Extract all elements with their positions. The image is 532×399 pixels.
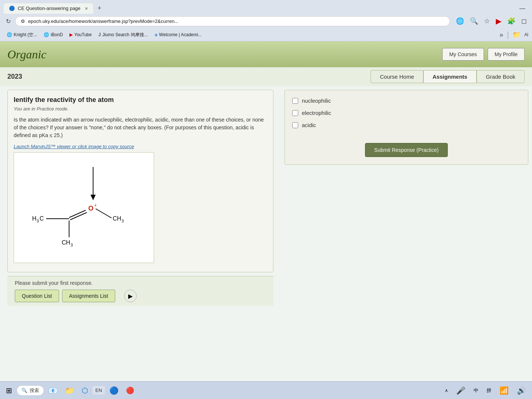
tray-zh-chars[interactable]: 中	[471, 386, 481, 395]
search-icon: 🔍	[21, 388, 27, 393]
more-bookmarks-btn[interactable]: »	[498, 30, 505, 40]
svg-text:O: O	[88, 205, 93, 212]
tray-pin[interactable]: 拼	[484, 386, 494, 395]
taskbar-chrome[interactable]: 🔴	[123, 385, 137, 396]
folder-icon[interactable]: 📁	[511, 30, 522, 40]
option-acidic: acidic	[292, 122, 521, 128]
taskbar-files[interactable]: 📁	[62, 385, 77, 396]
nav-tabs: Course Home Assignments Grade Book	[371, 70, 525, 83]
browser-chrome: 🔵 CE Question-answering page × + — ↻ ⚙ e…	[0, 0, 532, 41]
molecule-diagram[interactable]: H 3 C O + CH	[14, 152, 154, 263]
browser-toolbar: ↻ ⚙ epoch.uky.edu/ace/homework/answerfra…	[0, 14, 532, 28]
profile-icon[interactable]: ◻	[520, 16, 528, 26]
tray-chevron[interactable]: ∧	[442, 386, 451, 395]
marvinjs-link[interactable]: Launch MarvinJS™ viewer or click image t…	[14, 144, 267, 149]
bookmark-jiumo-label: Jiumo Search 鸠摩搜...	[102, 32, 148, 38]
practice-mode: You are in Practice mode.	[14, 106, 267, 112]
address-bar[interactable]: ⚙ epoch.uky.edu/ace/homework/answerframe…	[15, 16, 450, 26]
play-icon: ▶	[128, 293, 133, 300]
tray-speaker[interactable]: 🔊	[514, 385, 529, 396]
bookmark-knight[interactable]: 🌐 Knight (空...	[4, 31, 40, 39]
bookmark-youtube-icon: ▶	[69, 32, 73, 37]
folder-label: Al	[524, 32, 528, 37]
checkbox-nucleophilic[interactable]	[292, 98, 298, 104]
bookmark-ibond[interactable]: 🌐 iBonD	[41, 31, 66, 38]
taskbar-uk-icon[interactable]: 🔵	[106, 385, 122, 396]
bookmark-jiumo-icon: J	[98, 32, 101, 37]
tab-course-home[interactable]: Course Home	[371, 70, 423, 83]
taskbar-lang[interactable]: EN	[92, 386, 105, 395]
label-nucleophilic: nucleophilic	[302, 98, 331, 104]
new-tab-btn[interactable]: +	[95, 3, 105, 14]
bottom-message: Please submit your first response.	[15, 280, 266, 286]
taskbar-mail[interactable]: 📧	[45, 385, 61, 396]
bookmark-youtube[interactable]: ▶ YouTube	[66, 31, 95, 38]
bookmark-knight-label: Knight (空...	[14, 32, 37, 38]
practice-text: are in Practice mode.	[23, 106, 69, 112]
svg-text:3: 3	[37, 219, 39, 223]
bottom-bar: Please submit your first response. Quest…	[7, 276, 273, 306]
tab-close-btn[interactable]: ×	[85, 6, 88, 11]
system-tray: ∧ 🎤 中 拼 📶 🔊	[442, 385, 529, 396]
bookmark-ibond-icon: 🌐	[44, 32, 49, 37]
checkbox-electrophilic[interactable]	[292, 110, 298, 116]
bookmark-welcome[interactable]: ◈ Welcome | Academi...	[151, 31, 205, 38]
question-list-btn[interactable]: Question List	[15, 290, 59, 302]
start-btn[interactable]: ⊞	[3, 385, 15, 396]
taskbar-search[interactable]: 🔍 搜索	[17, 385, 44, 396]
url-text: epoch.uky.edu/ace/homework/answerframe.j…	[28, 18, 444, 24]
question-card: Ientify the reactivity of the atom You a…	[7, 90, 273, 272]
launch-text: aunch MarvinJS™ viewer or click image to…	[16, 144, 134, 149]
bottom-buttons: Question List Assignments List ▶	[15, 290, 266, 302]
tab-assignments[interactable]: Assignments	[423, 70, 477, 83]
translate-icon[interactable]: 🌐	[454, 16, 466, 26]
assignments-list-btn[interactable]: Assignments List	[62, 290, 115, 302]
svg-text:CH: CH	[62, 239, 70, 246]
taskbar-vscode[interactable]: ⬡	[79, 385, 91, 396]
label-electrophilic: electrophilic	[302, 110, 331, 116]
svg-marker-1	[91, 195, 96, 200]
play-btn[interactable]: ▶	[124, 290, 137, 302]
header-buttons: My Courses My Profile	[442, 48, 525, 61]
checkbox-acidic[interactable]	[292, 122, 298, 128]
svg-text:+: +	[94, 203, 97, 208]
right-panel: nucleophilic electrophilic acidic Submit…	[281, 90, 532, 306]
label-acidic: acidic	[302, 122, 316, 128]
taskbar: ⊞ 🔍 搜索 📧 📁 ⬡ EN 🔵 🔴 ∧ 🎤 中 拼 📶 🔊	[0, 381, 532, 399]
window-controls: —	[516, 4, 528, 13]
bookmark-youtube-label: YouTube	[74, 32, 92, 37]
divider: |	[507, 31, 509, 39]
svg-text:C: C	[40, 215, 44, 222]
bookmarks-bar: 🌐 Knight (空... 🌐 iBonD ▶ YouTube J Jiumo…	[0, 28, 532, 41]
toolbar-icons: 🌐 🔍 ☆ ▶ 🧩 ◻	[454, 16, 528, 26]
my-profile-btn[interactable]: My Profile	[488, 48, 525, 61]
youtube-shortcut-icon[interactable]: ▶	[494, 16, 503, 26]
option-electrophilic: electrophilic	[292, 110, 521, 116]
svg-text:H: H	[32, 215, 37, 222]
svg-text:CH: CH	[113, 215, 121, 222]
year-bar: 2023 Course Home Assignments Grade Book	[0, 67, 532, 86]
tray-wifi[interactable]: 📶	[497, 385, 512, 396]
refresh-btn[interactable]: ↻	[4, 16, 13, 26]
title-bar: 🔵 CE Question-answering page × + —	[0, 0, 532, 14]
active-tab[interactable]: 🔵 CE Question-answering page ×	[4, 3, 93, 14]
bookmarks-more: » | 📁 Al	[498, 30, 528, 40]
tab-grade-book[interactable]: Grade Book	[477, 70, 525, 83]
question-body: Is the atom indicated with an arrow nucl…	[14, 116, 267, 139]
bookmark-icon[interactable]: ☆	[482, 16, 491, 26]
bookmark-jiumo[interactable]: J Jiumo Search 鸠摩搜...	[95, 31, 150, 39]
minimize-btn[interactable]: —	[516, 4, 528, 13]
tab-title: CE Question-answering page	[18, 6, 81, 11]
site-logo: Organic	[7, 48, 46, 61]
question-title: Ientify the reactivity of the atom	[14, 96, 267, 104]
site-header: Organic My Courses My Profile	[0, 41, 532, 67]
tray-mic[interactable]: 🎤	[453, 385, 468, 396]
my-courses-btn[interactable]: My Courses	[442, 48, 484, 61]
bookmark-welcome-label: Welcome | Academi...	[159, 32, 202, 37]
search-icon[interactable]: 🔍	[468, 16, 480, 26]
tab-favicon: 🔵	[9, 6, 15, 11]
option-nucleophilic: nucleophilic	[292, 98, 521, 104]
svg-text:3: 3	[122, 219, 124, 223]
submit-btn[interactable]: Submit Response (Practice)	[365, 143, 448, 157]
extensions-icon[interactable]: 🧩	[506, 16, 517, 26]
